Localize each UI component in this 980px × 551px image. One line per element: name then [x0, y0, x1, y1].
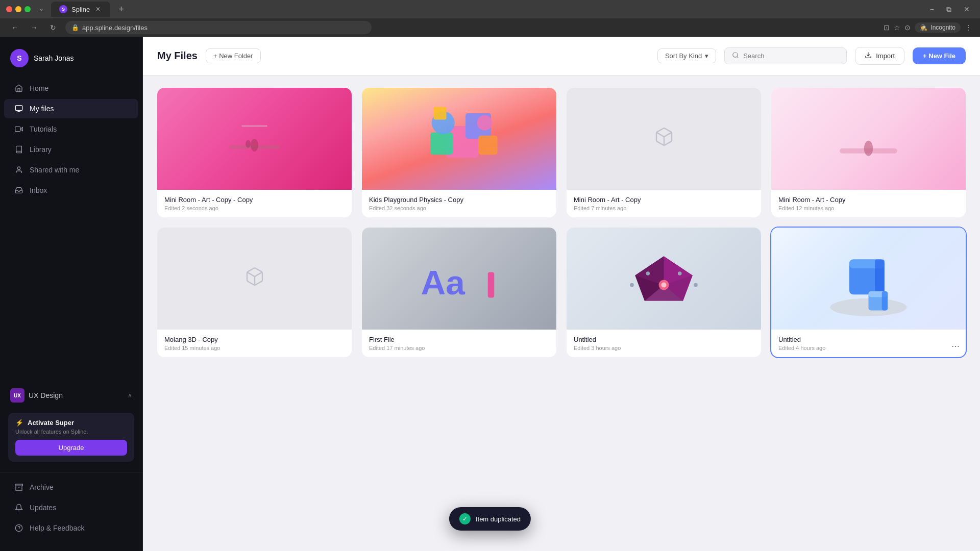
workspace-chevron-icon[interactable]: ∧ [128, 392, 132, 399]
workspace-header[interactable]: UX UX Design ∧ [10, 388, 132, 403]
svg-marker-1 [20, 128, 23, 131]
forward-button[interactable]: → [28, 22, 41, 33]
import-label: Import [876, 52, 895, 60]
svg-point-13 [246, 140, 251, 148]
sidebar-item-my-files[interactable]: My files [4, 99, 138, 118]
search-input[interactable] [743, 52, 839, 60]
sidebar-item-archive[interactable]: Archive [4, 478, 138, 497]
svg-rect-17 [430, 133, 453, 155]
shared-icon [14, 165, 23, 174]
sidebar-item-inbox-label: Inbox [30, 186, 47, 194]
kids-playground-illustration [362, 88, 556, 190]
card-preview-mini-room-2 [567, 88, 761, 190]
file-card-molang[interactable]: Molang 3D - Copy Edited 15 minutes ago [157, 228, 352, 357]
card-title-untitled-1: Untitled [574, 336, 754, 343]
sidebar-item-updates[interactable]: Updates [4, 498, 138, 517]
card-title-mini-room-1: Mini Room - Art - Copy - Copy [164, 196, 345, 204]
incognito-label: Incognito [930, 24, 955, 31]
svg-point-8 [733, 53, 738, 57]
new-folder-button[interactable]: + New Folder [206, 48, 261, 63]
browser-tab[interactable]: S Spline ✕ [51, 2, 110, 17]
file-card-mini-room-3[interactable]: Mini Room - Art - Copy Edited 12 minutes… [771, 88, 966, 217]
svg-rect-27 [488, 272, 495, 298]
inbox-icon [14, 186, 23, 195]
sidebar-item-library[interactable]: Library [4, 140, 138, 159]
svg-rect-2 [15, 127, 20, 131]
sidebar-item-shared[interactable]: Shared with me [4, 160, 138, 180]
menu-icon[interactable]: ⋮ [965, 23, 972, 32]
card-menu-button-untitled-2[interactable]: ⋯ [949, 339, 962, 353]
search-icon [732, 52, 739, 60]
close-button[interactable]: ✕ [960, 3, 974, 16]
svg-rect-0 [15, 106, 22, 110]
svg-point-3 [17, 167, 20, 169]
sort-button[interactable]: Sort By Kind ▾ [657, 48, 716, 63]
sidebar-item-inbox[interactable]: Inbox [4, 181, 138, 200]
card-info-kids-playground: Kids Playground Physics - Copy Edited 32… [362, 190, 556, 217]
import-button[interactable]: Import [855, 47, 904, 65]
sidebar-item-shared-label: Shared with me [30, 166, 79, 174]
super-section: ⚡ Activate Super Unlock all features on … [0, 407, 142, 468]
svg-rect-45 [882, 291, 888, 311]
mini-room-pink-illustration [157, 88, 352, 190]
file-card-untitled-2[interactable]: Untitled Edited 4 hours ago ⋯ [771, 228, 966, 357]
sort-label: Sort By Kind [665, 52, 702, 60]
mini-room-lightpink-illustration [771, 88, 966, 190]
avatar: S [10, 49, 29, 67]
card-info-mini-room-3: Mini Room - Art - Copy Edited 12 minutes… [771, 190, 966, 217]
file-card-first-file[interactable]: Aa First File Edited 17 minutes ago [362, 228, 556, 357]
new-file-button[interactable]: + New File [913, 47, 966, 64]
sort-chevron-icon: ▾ [705, 52, 708, 60]
untitled-2-illustration [771, 228, 966, 330]
bookmark-icon[interactable]: ☆ [894, 23, 900, 32]
card-preview-molang [157, 228, 352, 330]
sidebar-item-home[interactable]: Home [4, 79, 138, 98]
card-preview-first-file: Aa [362, 228, 556, 330]
svg-point-24 [864, 141, 873, 156]
sidebar-item-my-files-label: My files [30, 105, 54, 113]
toast-notification: ✓ Item duplicated [449, 507, 531, 531]
card-info-first-file: First File Edited 17 minutes ago [362, 330, 556, 357]
card-subtitle-mini-room-3: Edited 12 minutes ago [778, 205, 959, 211]
sidebar-item-help[interactable]: Help & Feedback [4, 518, 138, 538]
back-button[interactable]: ← [8, 22, 21, 33]
card-title-mini-room-2: Mini Room - Art - Copy [574, 196, 754, 204]
file-card-mini-room-1[interactable]: Mini Room - Art - Copy - Copy Edited 2 s… [157, 88, 352, 217]
minimize-button[interactable]: − [926, 3, 938, 16]
my-files-icon [14, 104, 23, 113]
workspace-name: UX Design [29, 391, 128, 399]
tutorials-icon [14, 124, 23, 134]
toast-message: Item duplicated [476, 515, 521, 523]
profile-icon[interactable]: ⊙ [904, 23, 911, 32]
tab-close-button[interactable]: ✕ [94, 5, 102, 13]
svg-line-9 [737, 57, 739, 58]
maximize-button[interactable]: ⧉ [942, 3, 955, 16]
svg-point-34 [662, 283, 667, 288]
card-subtitle-mini-room-1: Edited 2 seconds ago [164, 205, 345, 211]
upgrade-button[interactable]: Upgrade [15, 440, 127, 456]
browser-chrome: ⌄ S Spline ✕ + − ⧉ ✕ ← → ↻ 🔒 app.spline.… [0, 0, 980, 37]
cast-icon[interactable]: ⊡ [884, 23, 890, 32]
svg-point-37 [694, 283, 698, 287]
new-tab-button[interactable]: + [114, 4, 128, 15]
file-card-kids-playground[interactable]: Kids Playground Physics - Copy Edited 32… [362, 88, 556, 217]
search-box[interactable] [724, 47, 847, 64]
user-section: S Sarah Jonas [0, 45, 142, 78]
back-history-icon[interactable]: ⌄ [39, 5, 47, 13]
help-icon [14, 523, 23, 533]
svg-rect-21 [434, 107, 447, 120]
address-box[interactable]: 🔒 app.spline.design/files [65, 21, 372, 34]
card-title-first-file: First File [369, 336, 549, 343]
import-icon [865, 52, 872, 60]
file-card-untitled-1[interactable]: Untitled Edited 3 hours ago [567, 228, 761, 357]
sidebar-item-tutorials-label: Tutorials [30, 125, 57, 133]
sidebar-item-tutorials[interactable]: Tutorials [4, 119, 138, 139]
card-title-kids-playground: Kids Playground Physics - Copy [369, 196, 549, 204]
incognito-button[interactable]: 🕵️ Incognito [915, 22, 961, 33]
file-card-mini-room-2[interactable]: Mini Room - Art - Copy Edited 7 minutes … [567, 88, 761, 217]
tab-label: Spline [71, 6, 90, 13]
card-preview-untitled-1 [567, 228, 761, 330]
bottom-nav: Archive Updates Help & Feedback [0, 472, 142, 543]
updates-icon [14, 503, 23, 512]
reload-button[interactable]: ↻ [47, 22, 59, 33]
